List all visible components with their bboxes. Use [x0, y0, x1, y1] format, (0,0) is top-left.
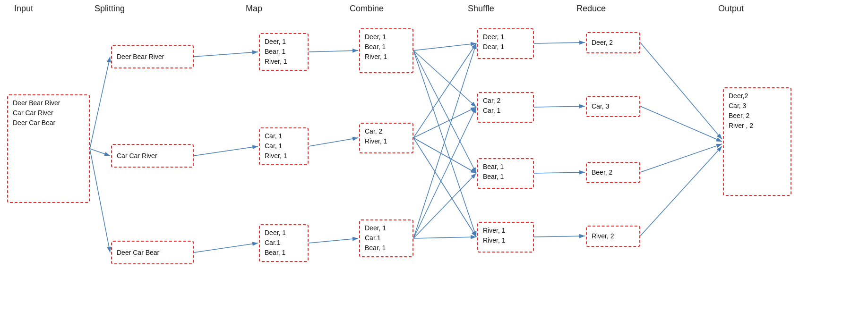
arrow-split3-map3: [194, 243, 258, 253]
label-output: Output: [718, 4, 744, 14]
shuffle-box-2: Car, 2 Car, 1: [477, 92, 534, 123]
arrow-c1-s2: [413, 51, 476, 107]
arrow-map2-combine2: [309, 138, 358, 146]
output-box: Deer,2 Car, 3 Beer, 2 River , 2: [723, 87, 791, 196]
label-reduce: Reduce: [576, 4, 606, 14]
map1-text: Deer, 1 Bear, 1 River, 1: [265, 37, 287, 67]
reduce-box-1: Deer, 2: [586, 32, 640, 53]
arrow-c1-s4: [413, 51, 476, 237]
arrow-c2-s3: [413, 138, 476, 173]
map3-text: Deer, 1 Car.1 Bear, 1: [265, 228, 286, 258]
split1-text: Deer Bear River: [117, 52, 164, 62]
reduce-box-4: River, 2: [586, 226, 640, 247]
reduce4-text: River, 2: [592, 231, 614, 241]
arrow-c2-s1: [413, 43, 476, 138]
output-text: Deer,2 Car, 3 Beer, 2 River , 2: [729, 91, 753, 131]
split3-text: Deer Car Bear: [117, 248, 159, 258]
combine1-text: Deer, 1 Bear, 1 River, 1: [365, 32, 387, 62]
arrow-s3-r3: [534, 172, 585, 173]
label-combine: Combine: [350, 4, 384, 14]
label-splitting: Splitting: [95, 4, 125, 14]
arrow-c2-s4: [413, 138, 476, 237]
arrow-s4-r4: [534, 236, 585, 237]
arrow-s1-r1: [534, 42, 585, 43]
map2-text: Car, 1 Car, 1 River, 1: [265, 131, 287, 161]
label-input: Input: [14, 4, 33, 14]
arrow-c3-s4: [413, 237, 476, 238]
arrow-map3-combine3: [309, 238, 358, 243]
arrow-r1-out: [640, 42, 722, 139]
arrow-c2-s2: [413, 107, 476, 138]
shuffle-box-3: Bear, 1 Bear, 1: [477, 158, 534, 189]
label-shuffle: Shuffle: [468, 4, 494, 14]
arrow-input-split1: [90, 57, 110, 149]
input-text: Deer Bear River Car Car River Deer Car B…: [13, 98, 60, 128]
input-box: Deer Bear River Car Car River Deer Car B…: [7, 94, 90, 203]
reduce1-text: Deer, 2: [592, 38, 613, 48]
arrow-split1-map1: [194, 52, 258, 57]
arrow-c1-s1: [413, 43, 476, 51]
combine3-text: Deer, 1 Car.1 Bear, 1: [365, 223, 386, 253]
map-box-1: Deer, 1 Bear, 1 River, 1: [259, 33, 309, 71]
combine-box-3: Deer, 1 Car.1 Bear, 1: [359, 219, 413, 257]
combine-box-1: Deer, 1 Bear, 1 River, 1: [359, 28, 413, 73]
label-map: Map: [246, 4, 262, 14]
map-box-3: Deer, 1 Car.1 Bear, 1: [259, 224, 309, 262]
shuffle1-text: Deer, 1 Dear, 1: [483, 32, 504, 52]
split-box-1: Deer Bear River: [111, 45, 194, 68]
shuffle4-text: River, 1 River, 1: [483, 226, 505, 245]
combine2-text: Car, 2 River, 1: [365, 126, 387, 146]
reduce2-text: Car, 3: [592, 101, 609, 111]
arrow-c3-s1: [413, 43, 476, 238]
shuffle3-text: Bear, 1 Bear, 1: [483, 162, 504, 182]
arrow-r4-out: [640, 146, 722, 236]
shuffle2-text: Car, 2 Car, 1: [483, 96, 500, 116]
arrow-c3-s2: [413, 107, 476, 238]
map-box-2: Car, 1 Car, 1 River, 1: [259, 127, 309, 165]
reduce3-text: Beer, 2: [592, 168, 612, 177]
shuffle-box-1: Deer, 1 Dear, 1: [477, 28, 534, 59]
split-box-2: Car Car River: [111, 144, 194, 168]
arrow-s2-r2: [534, 106, 585, 107]
arrow-input-split3: [90, 149, 110, 253]
arrow-map1-combine1: [309, 51, 358, 52]
arrow-split2-map2: [194, 146, 258, 156]
combine-box-2: Car, 2 River, 1: [359, 123, 413, 153]
arrow-input-split2: [90, 149, 110, 156]
split-box-3: Deer Car Bear: [111, 241, 194, 264]
reduce-box-3: Beer, 2: [586, 162, 640, 183]
arrow-r3-out: [640, 144, 722, 172]
split2-text: Car Car River: [117, 151, 157, 161]
arrow-r2-out: [640, 106, 722, 142]
arrow-c1-s3: [413, 51, 476, 173]
reduce-box-2: Car, 3: [586, 96, 640, 117]
shuffle-box-4: River, 1 River, 1: [477, 222, 534, 253]
arrow-c3-s3: [413, 173, 476, 238]
